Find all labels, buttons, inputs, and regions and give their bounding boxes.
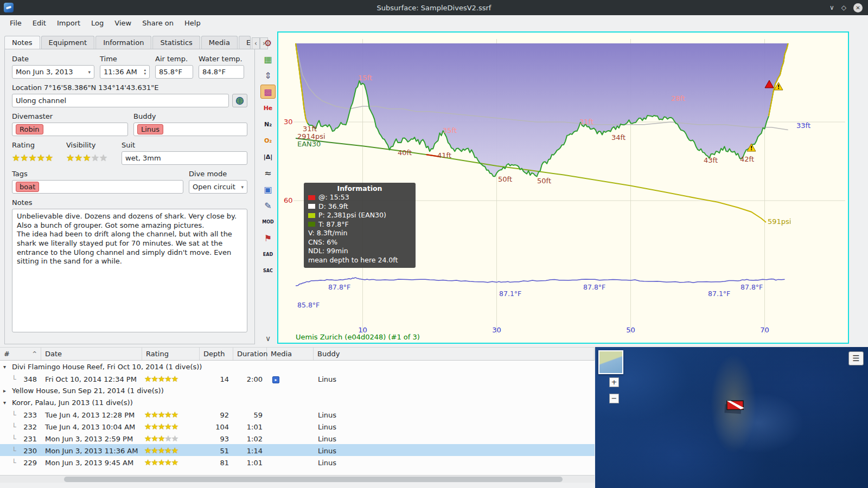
rating-stars[interactable]: ★★★★★ — [12, 151, 61, 164]
star-filled-icon[interactable]: ★ — [151, 422, 157, 432]
star-filled-icon[interactable]: ★ — [158, 422, 164, 432]
star-filled-icon[interactable]: ★ — [151, 458, 157, 467]
star-filled-icon[interactable]: ★ — [29, 152, 37, 163]
ead-toggle-icon[interactable]: EAD — [260, 247, 276, 261]
star-filled-icon[interactable]: ★ — [151, 446, 157, 455]
star-filled-icon[interactable]: ★ — [151, 374, 157, 384]
dive-row-231[interactable]: └231Mon Jun 3, 2013 2:59 PM★★★★★931:02Li… — [0, 432, 595, 444]
star-filled-icon[interactable]: ★ — [45, 152, 53, 163]
ruler-icon[interactable]: ✎ — [260, 198, 276, 213]
tags-input[interactable]: boat — [12, 180, 183, 194]
star-filled-icon[interactable]: ★ — [151, 434, 157, 444]
star-filled-icon[interactable]: ★ — [158, 434, 164, 444]
star-filled-icon[interactable]: ★ — [164, 374, 171, 384]
star-filled-icon[interactable]: ★ — [164, 458, 171, 467]
dive-row-348[interactable]: └348Fri Oct 10, 2014 12:34 PM★★★★★142:00… — [0, 373, 595, 384]
maximize-button[interactable]: ◇ — [841, 4, 846, 11]
dive-mode-combobox[interactable]: Open circuit ▾ — [189, 180, 247, 194]
column-header-num[interactable]: #^ — [0, 348, 41, 360]
profile-grid-icon[interactable]: ▩ — [260, 85, 276, 99]
photos-toggle-icon[interactable]: ▣ — [260, 182, 276, 196]
suit-input[interactable]: wet, 3mm — [122, 151, 247, 165]
map-overview-thumbnail[interactable] — [598, 350, 623, 374]
star-filled-icon[interactable]: ★ — [20, 152, 28, 163]
air-temp-field[interactable]: 85.8°F — [155, 65, 193, 79]
tab-information[interactable]: Information — [95, 36, 151, 49]
scrollbar-thumb[interactable] — [64, 477, 563, 482]
star-filled-icon[interactable]: ★ — [158, 410, 164, 420]
close-button[interactable]: ✕ — [853, 3, 863, 12]
spinner-arrows-icon[interactable]: ▴▾ — [144, 68, 146, 76]
star-filled-icon[interactable]: ★ — [171, 422, 178, 432]
dive-flag-marker[interactable] — [724, 396, 748, 418]
star-filled-icon[interactable]: ★ — [158, 446, 164, 455]
column-header-buddy[interactable]: Buddy — [314, 348, 595, 360]
star-filled-icon[interactable]: ★ — [74, 152, 82, 163]
date-combobox[interactable]: Mon Jun 3, 2013 ▾ — [12, 65, 94, 79]
tissue-heatmap-icon[interactable]: ▦ — [260, 52, 276, 66]
tab-media[interactable]: Media — [201, 36, 238, 49]
star-filled-icon[interactable]: ★ — [164, 422, 171, 432]
star-empty-icon[interactable]: ★ — [164, 434, 171, 444]
star-empty-icon[interactable]: ★ — [99, 152, 107, 163]
media-photo-icon[interactable]: ▸ — [272, 376, 279, 383]
star-filled-icon[interactable]: ★ — [144, 374, 151, 384]
notes-textarea[interactable]: Unbelievable dive. Dozens and dozens of … — [12, 209, 247, 332]
collapse-arrow-icon[interactable]: ▾ — [3, 364, 9, 370]
star-filled-icon[interactable]: ★ — [171, 410, 178, 420]
star-filled-icon[interactable]: ★ — [144, 458, 151, 467]
star-filled-icon[interactable]: ★ — [83, 152, 91, 163]
dive-row-229[interactable]: └229Mon Jun 3, 2013 9:45 AM★★★★★811:01Li… — [0, 456, 595, 468]
time-spinbox[interactable]: 11:36 AM ▴▾ — [100, 65, 150, 79]
column-header-date[interactable]: Date — [41, 348, 142, 360]
trip-row[interactable]: ▾Koror, Palau, Jun 2013 (11 dive(s)) — [0, 396, 595, 408]
heart-rate-icon[interactable]: ≈ — [260, 166, 276, 180]
star-filled-icon[interactable]: ★ — [66, 152, 74, 163]
tab-e[interactable]: E — [239, 36, 251, 49]
globe-icon[interactable] — [232, 94, 247, 107]
buddy-tag[interactable]: Linus — [137, 124, 163, 134]
star-filled-icon[interactable]: ★ — [144, 410, 151, 420]
menu-edit[interactable]: Edit — [27, 17, 52, 29]
nitrogen-graph-icon[interactable]: N₂ — [260, 117, 276, 131]
menu-import[interactable]: Import — [52, 17, 86, 29]
oxygen-graph-icon[interactable]: O₂ — [260, 133, 276, 147]
mod-toggle-icon[interactable]: MOD — [260, 215, 276, 229]
tab-notes[interactable]: Notes — [4, 36, 40, 49]
star-filled-icon[interactable]: ★ — [144, 434, 151, 444]
star-filled-icon[interactable]: ★ — [144, 422, 151, 432]
star-filled-icon[interactable]: ★ — [164, 410, 171, 420]
menu-file[interactable]: File — [4, 17, 27, 29]
menu-view[interactable]: View — [109, 17, 137, 29]
star-filled-icon[interactable]: ★ — [12, 152, 20, 163]
divemaster-input[interactable]: Robin — [12, 123, 128, 136]
column-header-media[interactable]: Media — [267, 348, 314, 360]
divemaster-tag[interactable]: Robin — [16, 124, 43, 134]
scale-toggle-icon[interactable]: ⇕ — [260, 68, 276, 82]
trip-row[interactable]: ▸Yellow House, Sun Sep 21, 2014 (1 dive(… — [0, 384, 595, 396]
star-filled-icon[interactable]: ★ — [158, 374, 164, 384]
star-filled-icon[interactable]: ★ — [164, 446, 171, 455]
minimize-button[interactable]: ∨ — [829, 4, 834, 11]
toolbar-collapse-icon[interactable]: ∨ — [265, 334, 271, 343]
star-empty-icon[interactable]: ★ — [91, 152, 99, 163]
location-input[interactable]: Ulong channel — [12, 94, 229, 107]
dive-row-233[interactable]: └233Tue Jun 4, 2013 12:28 PM★★★★★9259Lin… — [0, 408, 595, 420]
map-zoom-in-button[interactable]: + — [609, 377, 619, 387]
collapse-arrow-icon[interactable]: ▾ — [3, 400, 9, 406]
expand-arrow-icon[interactable]: ▸ — [3, 388, 9, 394]
dive-row-230[interactable]: └230Mon Jun 3, 2013 11:36 AM★★★★★511:14L… — [0, 444, 595, 456]
tag-boat[interactable]: boat — [16, 182, 39, 192]
star-filled-icon[interactable]: ★ — [171, 374, 178, 384]
horizontal-scrollbar[interactable] — [0, 475, 595, 483]
star-empty-icon[interactable]: ★ — [171, 434, 178, 444]
helium-graph-icon[interactable]: He — [260, 101, 276, 115]
water-temp-field[interactable]: 84.8°F — [199, 65, 244, 79]
buddy-input[interactable]: Linus — [133, 123, 247, 136]
menu-log[interactable]: Log — [86, 17, 109, 29]
map-menu-button[interactable]: ☰ — [848, 351, 864, 365]
map-zoom-out-button[interactable]: − — [609, 394, 619, 403]
dive-site-map[interactable]: + − ☰ — [595, 347, 868, 488]
star-filled-icon[interactable]: ★ — [158, 458, 164, 467]
dive-row-232[interactable]: └232Tue Jun 4, 2013 10:04 AM★★★★★1041:01… — [0, 420, 595, 432]
